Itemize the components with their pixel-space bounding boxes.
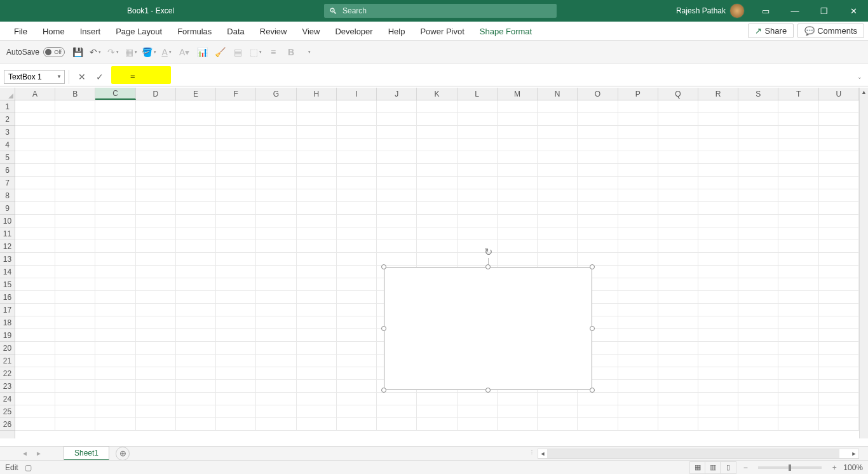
cell[interactable] — [55, 291, 95, 304]
cell[interactable] — [95, 215, 135, 227]
cell[interactable] — [538, 189, 578, 202]
window-minimize-button[interactable]: — — [780, 0, 810, 22]
cell[interactable] — [15, 418, 55, 431]
cell[interactable] — [256, 202, 296, 215]
cell[interactable] — [698, 164, 738, 177]
chart-button[interactable]: 📊 — [194, 44, 210, 60]
cell[interactable] — [337, 215, 377, 227]
cell[interactable] — [55, 215, 95, 227]
column-header-B[interactable]: B — [55, 88, 95, 100]
cell[interactable] — [216, 151, 256, 164]
cell[interactable] — [216, 266, 256, 278]
cell[interactable] — [297, 342, 337, 355]
cell[interactable] — [658, 393, 698, 405]
cell[interactable] — [618, 418, 658, 431]
cell[interactable] — [698, 240, 738, 253]
cell[interactable] — [176, 164, 216, 177]
cell[interactable] — [176, 418, 216, 431]
cell[interactable] — [618, 240, 658, 253]
cell[interactable] — [658, 253, 698, 266]
cell[interactable] — [819, 177, 859, 189]
cell[interactable] — [819, 367, 859, 380]
cell[interactable] — [297, 189, 337, 202]
resize-handle-br[interactable] — [590, 388, 595, 393]
cell[interactable] — [15, 151, 55, 164]
cell[interactable] — [698, 316, 738, 329]
zoom-out-button[interactable]: − — [740, 463, 750, 472]
cell[interactable] — [55, 418, 95, 431]
cell[interactable] — [618, 266, 658, 278]
cell[interactable] — [698, 113, 738, 126]
cell[interactable] — [819, 266, 859, 278]
cell[interactable] — [256, 100, 296, 113]
cell[interactable] — [55, 189, 95, 202]
cell[interactable] — [297, 380, 337, 393]
cell[interactable] — [377, 418, 417, 431]
cell[interactable] — [136, 189, 176, 202]
cell[interactable] — [538, 126, 578, 139]
cell[interactable] — [95, 151, 135, 164]
cell[interactable] — [778, 316, 818, 329]
autosave-toggle[interactable]: AutoSave Off — [4, 47, 67, 57]
tab-page-layout[interactable]: Page Layout — [108, 23, 170, 40]
cell[interactable] — [538, 202, 578, 215]
cell[interactable] — [15, 393, 55, 405]
cell[interactable] — [778, 164, 818, 177]
cell[interactable] — [778, 355, 818, 367]
cell[interactable] — [176, 189, 216, 202]
tab-home[interactable]: Home — [35, 23, 72, 40]
cell[interactable] — [297, 113, 337, 126]
cell[interactable] — [658, 113, 698, 126]
cell[interactable] — [297, 253, 337, 266]
cell[interactable] — [55, 139, 95, 151]
cell[interactable] — [778, 202, 818, 215]
cell[interactable] — [297, 215, 337, 227]
cell[interactable] — [15, 139, 55, 151]
cell[interactable] — [377, 164, 417, 177]
cell[interactable] — [55, 342, 95, 355]
cell[interactable] — [15, 405, 55, 418]
cell[interactable] — [55, 151, 95, 164]
cell[interactable] — [498, 177, 538, 189]
cell[interactable] — [738, 393, 778, 405]
cell[interactable] — [15, 189, 55, 202]
cell[interactable] — [618, 100, 658, 113]
cell[interactable] — [136, 215, 176, 227]
cell[interactable] — [136, 113, 176, 126]
cell[interactable] — [136, 393, 176, 405]
cell[interactable] — [256, 329, 296, 342]
cell[interactable] — [256, 177, 296, 189]
cell[interactable] — [256, 113, 296, 126]
cell[interactable] — [458, 100, 498, 113]
cell[interactable] — [738, 367, 778, 380]
cell[interactable] — [297, 278, 337, 291]
cell[interactable] — [297, 355, 337, 367]
cell[interactable] — [15, 342, 55, 355]
cell[interactable] — [738, 202, 778, 215]
cell[interactable] — [95, 253, 135, 266]
cell[interactable] — [578, 164, 618, 177]
cell[interactable] — [337, 177, 377, 189]
cell[interactable] — [136, 151, 176, 164]
cell[interactable] — [698, 329, 738, 342]
cell[interactable] — [698, 355, 738, 367]
cell[interactable] — [176, 278, 216, 291]
row-header-24[interactable]: 24 — [0, 393, 15, 405]
cell[interactable] — [778, 380, 818, 393]
cell[interactable] — [337, 113, 377, 126]
cell[interactable] — [136, 291, 176, 304]
cell[interactable] — [618, 291, 658, 304]
column-header-A[interactable]: A — [15, 88, 55, 100]
tab-formulas[interactable]: Formulas — [170, 23, 219, 40]
scroll-right-icon[interactable]: ► — [850, 450, 858, 457]
cell[interactable] — [618, 253, 658, 266]
cell[interactable] — [337, 139, 377, 151]
more-commands-button[interactable]: ▾ — [301, 44, 316, 60]
cell[interactable] — [538, 418, 578, 431]
cell[interactable] — [658, 355, 698, 367]
cell[interactable] — [95, 304, 135, 316]
cell[interactable] — [95, 113, 135, 126]
cell[interactable] — [698, 405, 738, 418]
cell[interactable] — [658, 215, 698, 227]
cell[interactable] — [618, 393, 658, 405]
